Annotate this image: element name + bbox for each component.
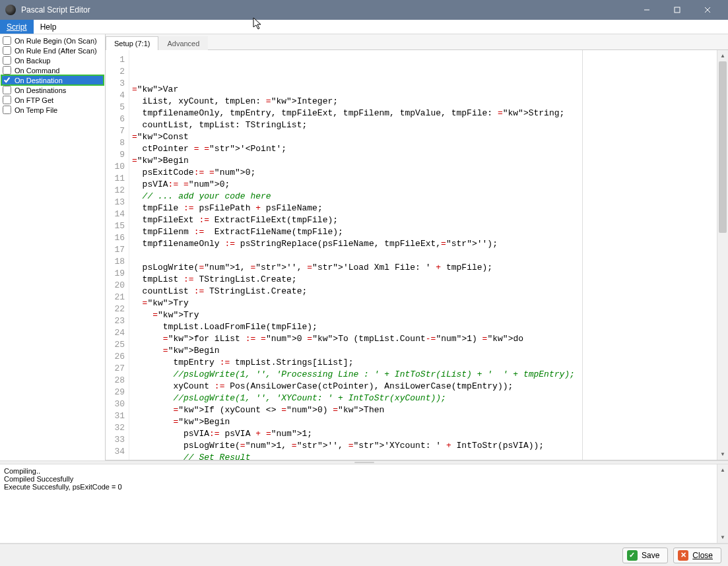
code-content[interactable]: ="kw">Var iList, xyCount, tmpLen: ="kw">… [129,50,717,460]
menu-help[interactable]: Help [34,20,63,34]
code-line[interactable]: psVIA:= ="num">0; [132,179,714,191]
close-button[interactable]: ✕ Close [673,548,721,563]
code-line[interactable]: psVIA:= psVIA + ="num">1; [132,428,714,440]
code-line[interactable]: tmpfilenameOnly, tmpEntry, tmpFileExt, t… [132,108,714,119]
code-line[interactable]: ="kw">Try [132,309,714,321]
sidebar-item[interactable]: On Temp File [1,105,104,115]
sidebar-item-label: On Backup [15,57,50,65]
sidebar-item[interactable]: On Rule End (After Scan) [1,46,104,55]
code-line[interactable]: ="kw">Begin [132,155,714,167]
vertical-scrollbar[interactable]: ▲ ▼ [717,50,728,460]
main-area: On Rule Begin (On Scan)On Rule End (Afte… [0,34,728,460]
maximize-button[interactable] [662,0,692,20]
code-line[interactable]: tmpList.LoadFromFile(tmpFile); [132,321,714,333]
titlebar: Pascal Script Editor [0,0,728,20]
save-button-label: Save [642,551,659,560]
output-panel: ▲ ▼ Compiling..Compiled SuccesfullyExecu… [0,464,728,544]
scroll-up-icon[interactable]: ▲ [717,50,728,61]
sidebar-item[interactable]: On Destination [1,75,104,85]
code-line[interactable]: tmpFilenm := ExtractFileName(tmpFile); [132,226,714,238]
event-checkbox[interactable] [3,66,11,75]
code-line[interactable]: ="kw">Try [132,298,714,309]
save-button[interactable]: ✓ Save [622,548,668,563]
output-line: Compiling.. [4,467,724,475]
code-line[interactable]: psExitCode:= ="num">0; [132,167,714,179]
code-line[interactable]: ="kw">for iList := ="num">0 ="kw">To (tm… [132,333,714,345]
code-line[interactable]: ctPointer = ="str">'<Point'; [132,143,714,155]
sidebar-item[interactable]: On FTP Get [1,95,104,105]
code-line[interactable]: iList, xyCount, tmpLen: ="kw">Integer; [132,96,714,108]
event-checkbox[interactable] [3,96,11,104]
code-line[interactable]: // ... add your code here [132,191,714,203]
app-icon [5,5,16,15]
code-line[interactable]: //psLogWrite(1, '', 'XYCount: ' + IntToS… [132,393,714,404]
tabs: Setup (7:1) Advanced [106,34,728,50]
event-checkbox[interactable] [3,56,11,65]
code-line[interactable] [132,250,714,262]
output-scrollbar[interactable]: ▲ ▼ [717,464,728,543]
code-line[interactable]: xyCount := Pos(AnsiLowerCase(ctPointer),… [132,381,714,393]
sidebar-item-label: On Rule End (After Scan) [15,47,97,55]
sidebar-item-label: On Temp File [15,106,57,114]
code-line[interactable]: tmpFile := psFilePath + psFileName; [132,203,714,214]
menubar: Script Help [0,20,728,34]
sidebar-item[interactable]: On Command [1,65,104,75]
sidebar-item-label: On Rule Begin (On Scan) [15,37,97,45]
code-line[interactable]: countList := TStringList.Create; [132,286,714,298]
close-window-button[interactable] [692,0,723,20]
code-line[interactable]: ="kw">Var [132,84,714,96]
code-editor[interactable]: 1234567891011121314151617181920212223242… [106,50,728,460]
code-line[interactable]: // Set Result [132,452,714,460]
code-line[interactable]: tmpFileExt := ExtractFileExt(tmpFile); [132,214,714,226]
scroll-thumb[interactable] [719,61,727,233]
event-checkbox[interactable] [3,106,11,114]
code-line[interactable]: ="kw">If (xyCount <> ="num">0) ="kw">The… [132,404,714,416]
event-checkbox[interactable] [3,46,11,55]
sidebar-item[interactable]: On Destinations [1,85,104,95]
event-checkbox[interactable] [3,36,11,45]
code-line[interactable]: tmpList := TStringList.Create; [132,274,714,286]
tab-setup[interactable]: Setup (7:1) [106,36,158,50]
sidebar-item-label: On Destinations [15,86,66,94]
code-line[interactable]: //psLogWrite(1, '', 'Processing Line : '… [132,369,714,381]
editor-area: Setup (7:1) Advanced 1234567891011121314… [106,34,728,460]
sidebar-item-label: On Destination [15,77,63,84]
code-line[interactable]: psLogWrite(="num">1, ="str">'', ="str">'… [132,262,714,274]
sidebar-item[interactable]: On Backup [1,55,104,65]
right-margin-line [582,50,583,460]
code-line[interactable]: ="kw">Begin [132,345,714,357]
output-line: Execute Succesfully, psExitCode = 0 [4,483,724,491]
event-checkbox[interactable] [3,76,11,84]
sidebar-item[interactable]: On Rule Begin (On Scan) [1,36,104,46]
event-checkbox[interactable] [3,86,11,94]
scroll-down-icon[interactable]: ▼ [717,532,728,543]
line-gutter: 1234567891011121314151617181920212223242… [106,50,129,460]
svg-rect-1 [675,7,680,13]
check-icon: ✓ [627,550,638,561]
minimize-button[interactable] [632,0,662,20]
events-sidebar: On Rule Begin (On Scan)On Rule End (Afte… [0,34,106,460]
window-title: Pascal Script Editor [21,5,632,15]
code-line[interactable]: tmpfilenameOnly := psStringReplace(psFil… [132,238,714,250]
code-line[interactable]: ="kw">Begin [132,416,714,428]
tab-advanced[interactable]: Advanced [158,36,208,50]
scroll-up-icon[interactable]: ▲ [717,464,728,476]
sidebar-item-label: On FTP Get [15,96,53,104]
code-line[interactable]: ="kw">Const [132,131,714,143]
sidebar-item-label: On Command [15,67,59,75]
close-button-label: Close [692,551,713,560]
x-icon: ✕ [678,550,688,561]
code-line[interactable]: psLogWrite(="num">1, ="str">'', ="str">'… [132,440,714,452]
code-line[interactable]: tmpEntry := tmpList.Strings[iList]; [132,357,714,369]
footer-bar: ✓ Save ✕ Close [0,544,728,566]
menu-script[interactable]: Script [0,20,34,34]
scroll-down-icon[interactable]: ▼ [717,449,728,460]
code-line[interactable]: countList, tmpList: TStringList; [132,119,714,131]
output-line: Compiled Succesfully [4,475,724,483]
